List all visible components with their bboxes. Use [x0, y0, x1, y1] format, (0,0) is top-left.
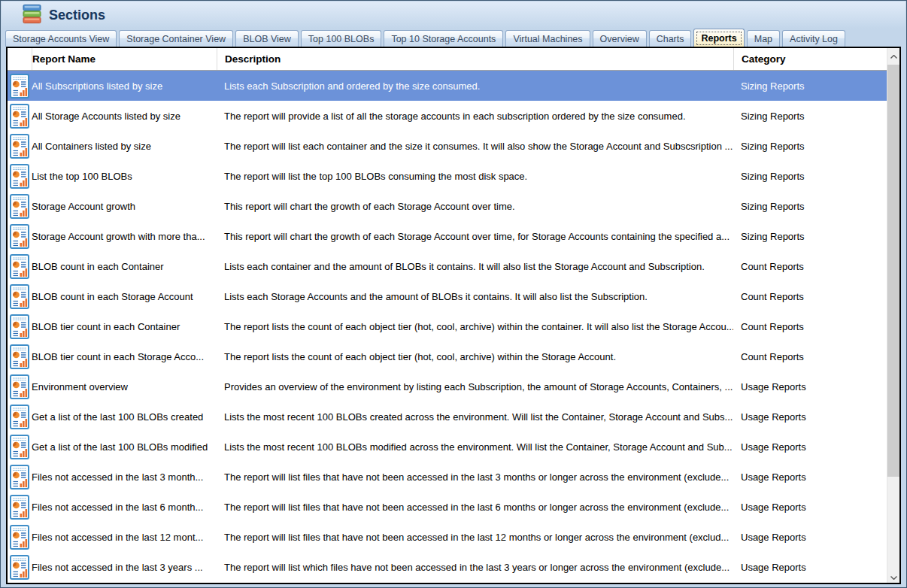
- tab-label: Virtual Machines: [513, 34, 582, 44]
- report-icon: [8, 314, 32, 339]
- report-name-cell: BLOB count in each Storage Account: [32, 291, 217, 302]
- report-category-cell: Sizing Reports: [733, 171, 887, 182]
- report-category-cell: Sizing Reports: [733, 141, 887, 152]
- report-icon: [8, 525, 32, 550]
- column-header-report-name[interactable]: Report Name: [32, 48, 217, 70]
- report-icon: [8, 74, 32, 99]
- tab-reports[interactable]: Reports: [693, 29, 744, 47]
- tab-top-100-blobs[interactable]: Top 100 BLOBs: [301, 30, 382, 47]
- report-name-cell: Files not accessed in the last 6 month..…: [32, 502, 217, 513]
- report-description-cell: Lists the most recent 100 BLOBs modified…: [217, 441, 733, 453]
- scrollbar-thumb[interactable]: [887, 65, 899, 477]
- report-category-cell: Sizing Reports: [733, 111, 887, 122]
- report-category-cell: Usage Reports: [733, 532, 887, 543]
- table-body: All Subscriptions listed by sizeLists ea…: [8, 71, 887, 583]
- report-name-cell: Storage Account growth: [32, 201, 217, 212]
- report-icon: [8, 224, 32, 249]
- report-description-cell: Lists each Subscription and ordered by t…: [217, 80, 733, 92]
- report-category-cell: Usage Reports: [733, 502, 887, 513]
- report-name-cell: Get a list of the last 100 BLOBs modifie…: [32, 441, 217, 453]
- table-row[interactable]: All Storage Accounts listed by sizeThe r…: [8, 101, 887, 131]
- report-description-cell: The report will list the top 100 BLOBs c…: [217, 171, 733, 182]
- report-description-cell: The report will list which files have no…: [217, 562, 733, 573]
- report-category-cell: Usage Reports: [733, 411, 887, 423]
- tab-label: Overview: [600, 34, 639, 44]
- report-description-cell: This report will chart the growth of eac…: [217, 231, 733, 242]
- tab-virtual-machines[interactable]: Virtual Machines: [505, 30, 590, 47]
- tab-map[interactable]: Map: [747, 30, 780, 47]
- table-row[interactable]: Get a list of the last 100 BLOBs modifie…: [8, 432, 887, 462]
- report-name-cell: Files not accessed in the last 12 mont..…: [32, 532, 217, 543]
- report-description-cell: The report will list files that have not…: [217, 502, 733, 513]
- column-header-category[interactable]: Category: [733, 48, 887, 70]
- column-header-icon: [8, 48, 32, 70]
- table-row[interactable]: Storage Account growth with more tha...T…: [8, 221, 887, 251]
- report-description-cell: Lists the most recent 100 BLOBs created …: [217, 411, 733, 423]
- tab-label: Storage Accounts View: [13, 34, 109, 44]
- tab-storage-container-view[interactable]: Storage Container View: [119, 30, 233, 47]
- report-category-cell: Usage Reports: [733, 441, 887, 453]
- report-icon: [8, 164, 32, 189]
- tab-label: Reports: [701, 33, 736, 44]
- report-category-cell: Count Reports: [733, 291, 887, 302]
- report-name-cell: BLOB count in each Container: [32, 261, 217, 272]
- tab-label: Storage Container View: [126, 34, 226, 44]
- table-header: Report Name Description Category: [8, 48, 887, 71]
- tab-charts[interactable]: Charts: [649, 30, 692, 47]
- report-icon: [8, 374, 32, 399]
- table-row[interactable]: Files not accessed in the last 3 month..…: [8, 462, 887, 492]
- tab-label: BLOB View: [243, 34, 291, 44]
- scrollbar-down-button[interactable]: [887, 569, 899, 583]
- table-row[interactable]: Files not accessed in the last 6 month..…: [8, 492, 887, 522]
- report-icon: [8, 254, 32, 279]
- sections-icon: [22, 4, 42, 27]
- report-description-cell: Provides an overview of the environment …: [217, 381, 733, 393]
- chevron-up-icon: [890, 48, 897, 62]
- table-row[interactable]: Files not accessed in the last 3 years .…: [8, 552, 887, 582]
- report-icon: [8, 134, 32, 159]
- table-row[interactable]: All Containers listed by sizeThe report …: [8, 131, 887, 161]
- page-title: Sections: [49, 8, 105, 23]
- report-description-cell: The report will provide a list of all th…: [217, 111, 733, 122]
- tab-blob-view[interactable]: BLOB View: [235, 30, 299, 47]
- app-window: Sections Storage Accounts ViewStorage Co…: [0, 0, 907, 588]
- report-name-cell: All Containers listed by size: [32, 141, 217, 152]
- report-description-cell: The report will list files that have not…: [217, 471, 733, 483]
- table-row[interactable]: Environment overviewProvides an overview…: [8, 371, 887, 402]
- report-category-cell: Sizing Reports: [733, 201, 887, 212]
- table-row[interactable]: Get a list of the last 100 BLOBs created…: [8, 402, 887, 432]
- table-row[interactable]: Files not accessed in the last 12 mont..…: [8, 522, 887, 552]
- table-row[interactable]: List the top 100 BLOBsThe report will li…: [8, 161, 887, 191]
- report-category-cell: Usage Reports: [733, 562, 887, 573]
- table-row[interactable]: BLOB tier count in each ContainerThe rep…: [8, 311, 887, 341]
- reports-table: Report Name Description Category All Sub…: [6, 47, 901, 584]
- report-category-cell: Usage Reports: [733, 471, 887, 483]
- tab-overview[interactable]: Overview: [593, 30, 647, 47]
- vertical-scrollbar[interactable]: [887, 48, 899, 583]
- table-row[interactable]: BLOB count in each Storage AccountLists …: [8, 281, 887, 311]
- report-description-cell: Lists each Storage Accounts and the amou…: [217, 291, 733, 302]
- column-header-description[interactable]: Description: [217, 48, 733, 70]
- report-name-cell: BLOB tier count in each Storage Acco...: [32, 351, 217, 362]
- report-description-cell: The report lists the count of each objec…: [217, 321, 733, 332]
- tab-activity-log[interactable]: Activity Log: [782, 30, 845, 47]
- tab-top-10-storage-accounts[interactable]: Top 10 Storage Accounts: [384, 30, 503, 47]
- report-category-cell: Count Reports: [733, 351, 887, 362]
- report-icon: [8, 465, 32, 489]
- scrollbar-up-button[interactable]: [887, 48, 899, 62]
- report-description-cell: The report will list each container and …: [217, 141, 733, 152]
- tab-label: Charts: [657, 34, 684, 44]
- table-row[interactable]: All Subscriptions listed by sizeLists ea…: [8, 71, 887, 101]
- table-row[interactable]: Storage Account growthThis report will c…: [8, 191, 887, 221]
- report-category-cell: Sizing Reports: [733, 231, 887, 242]
- tab-bar: Storage Accounts ViewStorage Container V…: [2, 29, 905, 47]
- reports-grid: Report Name Description Category All Sub…: [8, 48, 887, 583]
- report-icon: [8, 344, 32, 369]
- table-row[interactable]: BLOB count in each ContainerLists each c…: [8, 251, 887, 281]
- report-name-cell: Files not accessed in the last 3 month..…: [32, 471, 217, 483]
- window-titlebar: Sections: [2, 2, 905, 29]
- tab-storage-accounts-view[interactable]: Storage Accounts View: [5, 30, 117, 47]
- table-row[interactable]: BLOB tier count in each Storage Acco...T…: [8, 341, 887, 371]
- report-name-cell: All Subscriptions listed by size: [32, 80, 217, 92]
- report-name-cell: Storage Account growth with more tha...: [32, 231, 217, 242]
